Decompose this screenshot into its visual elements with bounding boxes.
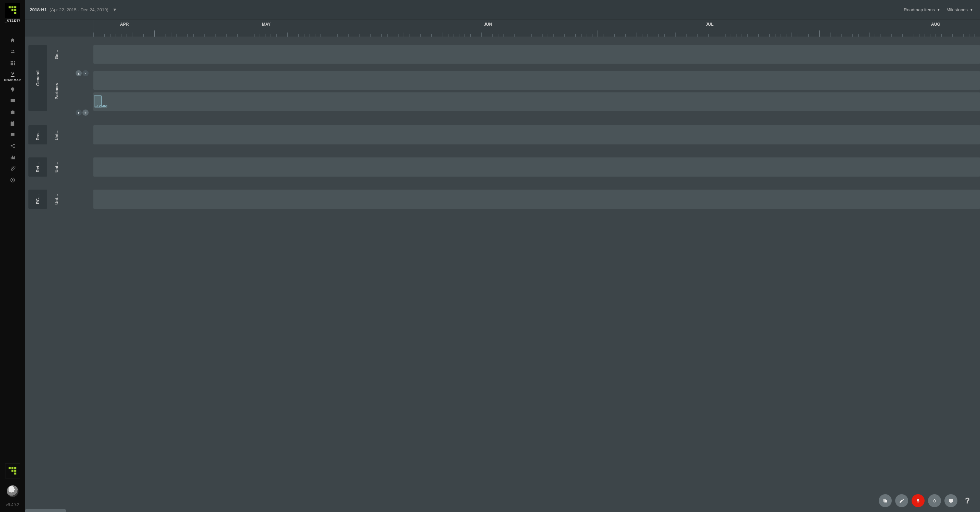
nav-attachments[interactable]	[0, 163, 25, 174]
nav-ideas[interactable]	[0, 84, 25, 95]
sublane-general-1[interactable]: Ge…	[51, 45, 63, 64]
sublane-partners[interactable]: Partners	[51, 71, 63, 111]
nav-profile[interactable]	[0, 174, 25, 185]
help-button[interactable]: ?	[961, 494, 974, 507]
sublane-add[interactable]: +	[83, 110, 89, 116]
svg-rect-0	[8, 6, 11, 8]
row-general-1[interactable]	[93, 45, 980, 64]
fab-present[interactable]	[944, 494, 958, 507]
lane-ret[interactable]: Ret…	[29, 158, 47, 177]
svg-rect-12	[14, 470, 16, 472]
svg-rect-2	[14, 6, 16, 8]
month-label: JUL	[706, 22, 714, 27]
svg-rect-10	[14, 467, 16, 469]
workarea: General Ge… ▴ × Partners ▾ +	[25, 37, 980, 512]
sublane-move-down[interactable]: ▾	[76, 110, 82, 116]
ruler-ticks	[93, 30, 980, 37]
svg-rect-3	[11, 9, 13, 11]
svg-point-7	[12, 179, 13, 180]
nav-briefcase[interactable]	[0, 107, 25, 118]
ruler-track[interactable]: APRMAYJUNJULAUG	[93, 20, 980, 37]
caret-down-icon: ▼	[937, 8, 940, 12]
rail-nav: ROADMAP	[0, 35, 25, 185]
gutter-scrollbar-thumb[interactable]	[25, 509, 66, 512]
svg-rect-13	[14, 473, 16, 475]
main-area: 2018-H1 (Apr 22, 2015 - Dec 24, 2019) ▼ …	[25, 0, 980, 512]
lane-pro[interactable]: Pro…	[29, 125, 47, 144]
fab-count-alert-value: 5	[917, 498, 919, 504]
org-logo[interactable]	[5, 463, 20, 479]
month-label: APR	[120, 22, 129, 27]
left-rail: _START! ROADMAP	[0, 0, 25, 512]
timeline-ruler[interactable]: APRMAYJUNJULAUG	[25, 20, 980, 37]
topbar: 2018-H1 (Apr 22, 2015 - Dec 24, 2019) ▼ …	[25, 0, 980, 20]
project-name[interactable]: _START!	[5, 19, 20, 23]
caret-down-icon: ▼	[113, 7, 117, 12]
month-label: JUN	[484, 22, 492, 27]
row-rc[interactable]	[93, 190, 980, 209]
sublane-rc[interactable]: Unt…	[51, 190, 63, 209]
timeframe-selector[interactable]: 2018-H1 (Apr 22, 2015 - Dec 24, 2019) ▼	[30, 7, 117, 12]
nav-share[interactable]	[0, 140, 25, 152]
gutter-scrollbar[interactable]	[25, 509, 93, 512]
fab-bar: 5 0 ?	[879, 494, 974, 507]
lane-general-label: General	[36, 70, 40, 86]
nav-home[interactable]	[0, 35, 25, 46]
fab-count-alert[interactable]: 5	[912, 494, 924, 507]
sublane-partners-label: Partners	[54, 83, 59, 100]
row-ret[interactable]	[93, 158, 980, 177]
sublane-remove[interactable]: ×	[83, 70, 89, 76]
fab-count-secondary-value: 0	[933, 498, 935, 504]
roadmap-item-offset-label: -1258d	[95, 104, 107, 108]
menu-milestones-label: Milestones	[947, 7, 968, 12]
app-root: _START! ROADMAP	[0, 0, 980, 512]
lane-pro-label: Pro…	[36, 129, 40, 140]
timeframe-title: 2018-H1	[30, 7, 47, 12]
lane-general[interactable]: General	[29, 45, 47, 111]
nav-iterations[interactable]	[0, 46, 25, 57]
row-partners-1[interactable]	[93, 71, 980, 90]
lane-ret-label: Ret…	[36, 161, 40, 172]
user-avatar[interactable]	[7, 485, 19, 497]
svg-rect-9	[11, 467, 13, 469]
menu-milestones[interactable]: Milestones ▼	[947, 7, 973, 12]
sublane-rc-label: Unt…	[54, 194, 59, 205]
menu-roadmap-items[interactable]: Roadmap items ▼	[904, 7, 940, 12]
lane-rc-label: RC…	[36, 194, 40, 204]
row-partners-2[interactable]	[93, 93, 980, 111]
svg-rect-4	[14, 9, 16, 11]
sublane-general-1-label: Ge…	[54, 49, 59, 59]
fab-edit[interactable]	[895, 494, 908, 507]
lane-gutter: General Ge… ▴ × Partners ▾ +	[25, 37, 93, 512]
app-version: v9.49.2	[6, 502, 19, 507]
app-logo[interactable]	[5, 3, 20, 18]
month-label: AUG	[931, 22, 940, 27]
month-label: MAY	[262, 22, 271, 27]
caret-down-icon: ▼	[970, 8, 973, 12]
sublane-ret-label: Unt…	[54, 161, 59, 172]
fab-count-secondary[interactable]: 0	[928, 494, 941, 507]
nav-board[interactable]	[0, 95, 25, 107]
lane-rc[interactable]: RC…	[29, 190, 47, 209]
sublane-pro-label: Unt…	[54, 129, 59, 140]
nav-calendar[interactable]	[0, 118, 25, 129]
row-pro[interactable]	[93, 125, 980, 144]
timeline-rows[interactable]: -1258d	[93, 37, 980, 512]
sublane-ret[interactable]: Unt…	[51, 158, 63, 177]
svg-rect-8	[8, 467, 11, 469]
sublane-pro[interactable]: Unt…	[51, 125, 63, 144]
sublane-move-up[interactable]: ▴	[76, 70, 82, 76]
svg-rect-5	[14, 12, 16, 14]
fab-copy[interactable]	[879, 494, 892, 507]
menu-roadmap-items-label: Roadmap items	[904, 7, 935, 12]
svg-rect-1	[11, 6, 13, 8]
nav-grid[interactable]	[0, 57, 25, 69]
nav-reports[interactable]	[0, 152, 25, 163]
nav-roadmap-label: ROADMAP	[4, 78, 21, 82]
nav-chat[interactable]	[0, 129, 25, 140]
timeframe-range: (Apr 22, 2015 - Dec 24, 2019)	[49, 7, 108, 12]
svg-rect-11	[11, 470, 13, 472]
